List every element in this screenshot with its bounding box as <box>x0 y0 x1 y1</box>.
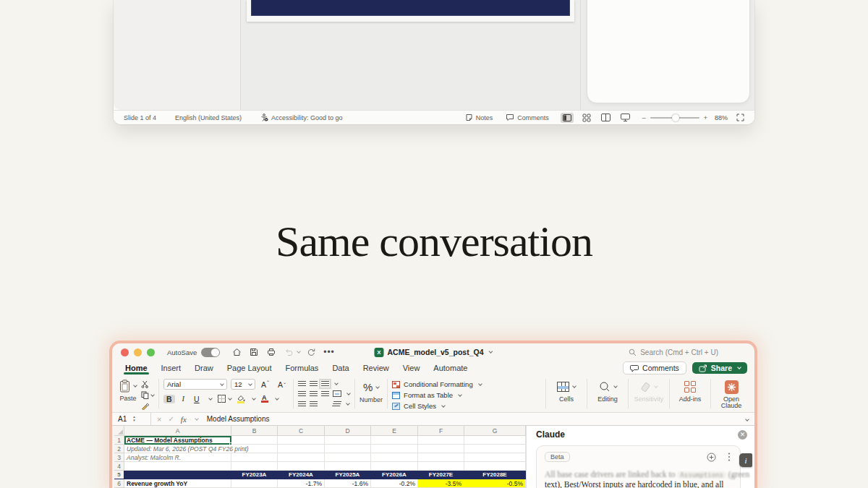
formula-bar-chevron-icon[interactable] <box>745 417 749 421</box>
cell[interactable] <box>325 462 371 471</box>
add-icon[interactable] <box>707 453 716 462</box>
cell-e5[interactable]: FY2026A <box>371 471 418 479</box>
row-header-5[interactable]: 5 <box>114 471 124 479</box>
zoom-in-button[interactable]: + <box>704 114 707 121</box>
cell[interactable] <box>278 453 325 462</box>
name-box-stepper[interactable]: ▲▼ <box>132 416 135 422</box>
slide-sorter-button[interactable] <box>580 113 593 123</box>
italic-button[interactable]: I <box>180 395 187 403</box>
zoom-slider[interactable] <box>650 117 699 119</box>
print-icon[interactable] <box>265 346 278 358</box>
align-left-icon[interactable] <box>298 391 306 397</box>
cell[interactable] <box>124 462 231 471</box>
ppt-comments-button[interactable]: Comments <box>506 114 549 121</box>
cells-group[interactable]: Cells <box>550 377 582 411</box>
formula-input[interactable]: Model Assumptions <box>207 415 270 423</box>
cancel-icon[interactable]: × <box>157 415 161 424</box>
align-center-icon[interactable] <box>310 391 318 397</box>
column-header-c[interactable]: C <box>278 426 325 436</box>
number-group[interactable]: % Number <box>359 377 383 411</box>
cell[interactable] <box>231 436 278 445</box>
cell[interactable] <box>325 445 371 453</box>
cell-f6[interactable]: -3.5% <box>418 479 464 488</box>
cell[interactable] <box>418 436 464 445</box>
align-middle-icon[interactable] <box>310 381 318 387</box>
borders-button[interactable] <box>217 394 231 403</box>
column-header-f[interactable]: F <box>418 426 464 436</box>
cell-d6[interactable]: -1.6% <box>325 479 371 488</box>
zoom-level[interactable]: 88% <box>715 114 728 121</box>
cell-a5[interactable] <box>124 471 231 479</box>
comments-button[interactable]: Comments <box>623 361 686 374</box>
tab-view[interactable]: View <box>403 361 420 374</box>
cell-f5[interactable]: FY2027E <box>418 471 464 479</box>
cell[interactable] <box>418 445 464 453</box>
cell-d5[interactable]: FY2025A <box>325 471 371 479</box>
cell-b5[interactable]: FY2023A <box>231 471 278 479</box>
info-tab[interactable]: i <box>739 453 752 467</box>
copy-button[interactable] <box>141 391 154 399</box>
merge-center-icon[interactable] <box>333 390 341 397</box>
language-status[interactable]: English (United States) <box>175 114 242 121</box>
cell[interactable] <box>278 436 325 445</box>
more-icon[interactable]: ••• <box>323 347 335 357</box>
tab-automate[interactable]: Automate <box>433 361 467 374</box>
paste-button[interactable]: Paste <box>119 378 137 402</box>
slide-counter[interactable]: Slide 1 of 4 <box>124 114 156 121</box>
cell-g6[interactable]: -0.5% <box>464 479 526 488</box>
cell[interactable] <box>371 453 418 462</box>
cell[interactable] <box>371 445 418 453</box>
notes-button[interactable]: Notes <box>465 114 493 121</box>
claude-close-button[interactable]: ✕ <box>738 430 747 440</box>
cell-a2[interactable]: Updated: Mar 6, 2026 (POST Q4 FY26 print… <box>124 445 231 453</box>
editing-group[interactable]: Editing <box>592 377 624 411</box>
cut-button[interactable] <box>141 380 154 388</box>
row-header-6[interactable]: 6 <box>114 479 124 488</box>
tab-insert[interactable]: Insert <box>161 361 182 374</box>
format-as-table-button[interactable]: Format as Table <box>392 390 461 400</box>
kebab-menu-icon[interactable] <box>728 456 731 458</box>
redo-icon[interactable] <box>305 346 318 358</box>
save-icon[interactable] <box>247 346 260 358</box>
row-header-3[interactable]: 3 <box>114 453 124 462</box>
bold-button[interactable]: B <box>163 395 175 403</box>
increase-indent-icon[interactable] <box>310 401 318 407</box>
align-right-icon[interactable] <box>321 391 329 397</box>
row-header-2[interactable]: 2 <box>114 445 124 453</box>
close-button[interactable] <box>121 348 129 356</box>
row-header-4[interactable]: 4 <box>114 462 124 471</box>
cell-styles-button[interactable]: Cell Styles <box>392 401 445 411</box>
cell[interactable] <box>464 453 526 462</box>
reading-view-button[interactable] <box>600 113 613 123</box>
align-top-icon[interactable] <box>298 381 306 387</box>
zoom-out-button[interactable]: – <box>642 114 646 121</box>
cell-a6[interactable]: Revenue growth YoY <box>124 479 231 488</box>
tab-formulas[interactable]: Formulas <box>286 361 319 374</box>
tab-review[interactable]: Review <box>363 361 389 374</box>
fill-color-button[interactable] <box>237 395 245 403</box>
fullscreen-button[interactable] <box>736 114 744 121</box>
tab-data[interactable]: Data <box>332 361 349 374</box>
underline-button[interactable]: U <box>192 395 202 403</box>
autosave-toggle[interactable] <box>201 348 220 357</box>
accessibility-status[interactable]: Accessibility: Good to go <box>260 114 343 121</box>
increase-font-button[interactable]: A⌃ <box>259 380 272 389</box>
zoom-slider-knob[interactable] <box>672 114 679 121</box>
enter-icon[interactable]: ✓ <box>168 415 174 423</box>
tab-page-layout[interactable]: Page Layout <box>227 361 272 374</box>
cell[interactable] <box>325 453 371 462</box>
cell[interactable] <box>278 445 325 453</box>
slideshow-button[interactable] <box>619 113 632 123</box>
cell[interactable] <box>371 436 418 445</box>
fx-icon[interactable]: fx <box>181 415 187 424</box>
cell[interactable] <box>231 453 278 462</box>
font-size-select[interactable]: 12 <box>231 379 255 390</box>
format-painter-button[interactable] <box>141 402 154 410</box>
font-name-select[interactable]: Arial <box>163 379 227 390</box>
wrap-text-icon[interactable] <box>332 401 342 407</box>
font-color-button[interactable]: A <box>260 395 268 403</box>
cell-g5[interactable]: FY2028E <box>464 471 526 479</box>
slide-title-block[interactable] <box>251 0 570 16</box>
align-bottom-icon[interactable] <box>321 381 329 387</box>
cell-c6[interactable]: -1.7% <box>278 479 325 488</box>
